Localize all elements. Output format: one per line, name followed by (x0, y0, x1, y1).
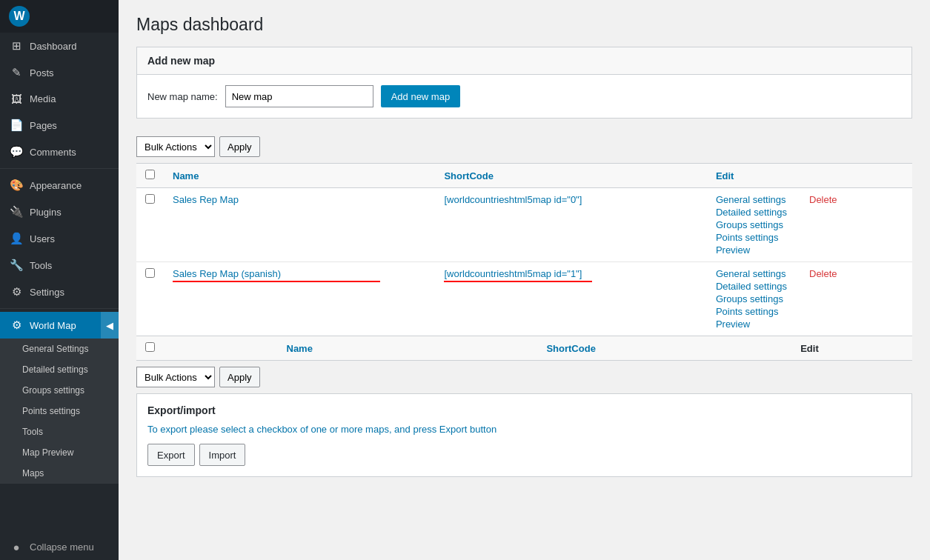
new-map-label: New map name: (147, 91, 218, 102)
apply-button-top[interactable]: Apply (219, 136, 260, 157)
row1-checkbox-cell (136, 188, 164, 262)
header-edit-col: Edit (707, 164, 912, 188)
world-map-icon: ⚙ (9, 319, 24, 332)
apply-button-bottom[interactable]: Apply (219, 367, 260, 387)
row1-preview-link[interactable]: Preview (716, 244, 787, 256)
row2-shortcode-wrapper: [worldcountrieshtml5map id="1"] (444, 268, 697, 282)
footer-shortcode-col[interactable]: ShortCode (435, 336, 706, 361)
bulk-actions-toolbar-top: Bulk Actions Apply (136, 130, 912, 163)
table-footer-header-row: Name ShortCode Edit (136, 336, 912, 361)
row2-name-cell: Sales Rep Map (spanish) (164, 262, 435, 336)
header-shortcode-col[interactable]: ShortCode (435, 164, 706, 188)
sidebar-item-general-settings[interactable]: General Settings (0, 339, 119, 359)
add-new-map-button[interactable]: Add new map (381, 85, 461, 107)
sidebar-item-posts[interactable]: ✎ Posts (0, 59, 119, 86)
comments-icon: 💬 (9, 145, 24, 159)
table-body: Sales Rep Map [worldcountrieshtml5map id… (136, 188, 912, 361)
footer-name-col[interactable]: Name (164, 336, 435, 361)
sidebar: W ⊞ Dashboard ✎ Posts 🖼 Media 📄 Pages 💬 … (0, 0, 119, 560)
users-icon: 👤 (9, 232, 24, 245)
sidebar-logo: W (0, 0, 119, 33)
appearance-icon: 🎨 (9, 179, 24, 192)
posts-icon: ✎ (9, 66, 24, 79)
row2-groups-settings-link[interactable]: Groups settings (716, 293, 787, 304)
row1-delete-link[interactable]: Delete (809, 194, 837, 205)
row2-edit-links: General settings Detailed settings Group… (716, 268, 787, 330)
row2-checkbox[interactable] (145, 268, 155, 278)
row2-checkbox-cell (136, 262, 164, 336)
sidebar-item-world-map[interactable]: ⚙ World Map ◀ (0, 312, 119, 339)
export-button[interactable]: Export (147, 444, 195, 466)
row2-red-underline (173, 281, 380, 282)
import-button[interactable]: Import (199, 444, 246, 466)
export-import-buttons: Export Import (147, 444, 901, 466)
row2-shortcode-cell: [worldcountrieshtml5map id="1"] (435, 262, 706, 336)
row2-general-settings-link[interactable]: General settings (716, 268, 787, 279)
collapse-menu-button[interactable]: ● Collapse menu (0, 534, 119, 560)
table-row: Sales Rep Map [worldcountrieshtml5map id… (136, 188, 912, 262)
row1-general-settings-link[interactable]: General settings (716, 194, 787, 205)
sidebar-item-pages[interactable]: 📄 Pages (0, 112, 119, 139)
plugins-icon: 🔌 (9, 205, 24, 219)
sidebar-divider-1 (0, 168, 119, 169)
world-map-submenu: General Settings Detailed settings Group… (0, 339, 119, 484)
row1-shortcode-cell: [worldcountrieshtml5map id="0"] (435, 188, 706, 262)
row2-preview-link[interactable]: Preview (716, 319, 787, 330)
wordpress-icon: W (9, 6, 30, 27)
sidebar-divider-2 (0, 308, 119, 309)
footer-checkbox-col (136, 336, 164, 361)
sidebar-item-detailed-settings[interactable]: Detailed settings (0, 359, 119, 380)
select-all-bottom-checkbox[interactable] (145, 342, 155, 352)
row1-groups-settings-link[interactable]: Groups settings (716, 219, 787, 230)
collapse-icon: ● (9, 541, 24, 553)
row2-shortcode: [worldcountrieshtml5map id="1"] (444, 268, 582, 279)
sidebar-item-dashboard[interactable]: ⊞ Dashboard (0, 33, 119, 59)
bulk-actions-select-bottom[interactable]: Bulk Actions (136, 367, 215, 387)
export-import-title: Export/import (147, 404, 901, 416)
sidebar-item-tools[interactable]: 🔧 Tools (0, 252, 119, 279)
sidebar-item-comments[interactable]: 💬 Comments (0, 139, 119, 165)
sidebar-item-plugins[interactable]: 🔌 Plugins (0, 199, 119, 225)
row1-points-settings-link[interactable]: Points settings (716, 232, 787, 243)
select-all-checkbox[interactable] (145, 170, 155, 179)
sidebar-item-groups-settings[interactable]: Groups settings (0, 380, 119, 401)
sidebar-item-users[interactable]: 👤 Users (0, 225, 119, 252)
row2-name-wrapper: Sales Rep Map (spanish) (173, 268, 426, 282)
row2-delete-link[interactable]: Delete (809, 268, 837, 279)
sidebar-item-settings[interactable]: ⚙ Settings (0, 279, 119, 305)
sidebar-item-map-preview[interactable]: Map Preview (0, 442, 119, 463)
row1-map-name[interactable]: Sales Rep Map (173, 194, 239, 205)
bulk-actions-select-top[interactable]: Bulk Actions (136, 136, 215, 157)
row1-detailed-settings-link[interactable]: Detailed settings (716, 207, 787, 218)
add-new-map-header: Add new map (137, 47, 911, 75)
row2-edit-cell: General settings Detailed settings Group… (707, 262, 912, 336)
sidebar-item-points-settings[interactable]: Points settings (0, 401, 119, 421)
table-header: Name ShortCode Edit (136, 164, 912, 188)
row1-edit-links: General settings Detailed settings Group… (716, 194, 787, 256)
export-import-section: Export/import To export please select a … (136, 393, 912, 477)
header-checkbox-col (136, 164, 164, 188)
sidebar-item-appearance[interactable]: 🎨 Appearance (0, 172, 119, 199)
add-new-map-body: New map name: Add new map (137, 75, 911, 118)
page-title: Maps dashboard (136, 15, 912, 35)
row2-detailed-settings-link[interactable]: Detailed settings (716, 281, 787, 292)
settings-icon: ⚙ (9, 285, 24, 299)
table-row: Sales Rep Map (spanish) [worldcountriesh… (136, 262, 912, 336)
footer-edit-col: Edit (707, 336, 912, 361)
row2-points-settings-link[interactable]: Points settings (716, 306, 787, 317)
main-content: Maps dashboard Add new map New map name:… (119, 0, 930, 560)
row1-shortcode: [worldcountrieshtml5map id="0"] (444, 194, 582, 205)
row1-checkbox[interactable] (145, 194, 155, 204)
sidebar-item-maps[interactable]: Maps (0, 463, 119, 484)
sidebar-item-tools-sub[interactable]: Tools (0, 421, 119, 442)
media-icon: 🖼 (9, 93, 24, 105)
pages-icon: 📄 (9, 119, 24, 132)
export-import-description: To export please select a checkbox of on… (147, 424, 901, 435)
row2-map-name[interactable]: Sales Rep Map (spanish) (173, 268, 281, 279)
sidebar-item-media[interactable]: 🖼 Media (0, 86, 119, 112)
chevron-right-icon: ◀ (101, 312, 119, 339)
new-map-name-input[interactable] (225, 85, 373, 107)
header-name-col[interactable]: Name (164, 164, 435, 188)
bulk-actions-toolbar-bottom: Bulk Actions Apply (136, 361, 912, 393)
tools-icon: 🔧 (9, 259, 24, 272)
